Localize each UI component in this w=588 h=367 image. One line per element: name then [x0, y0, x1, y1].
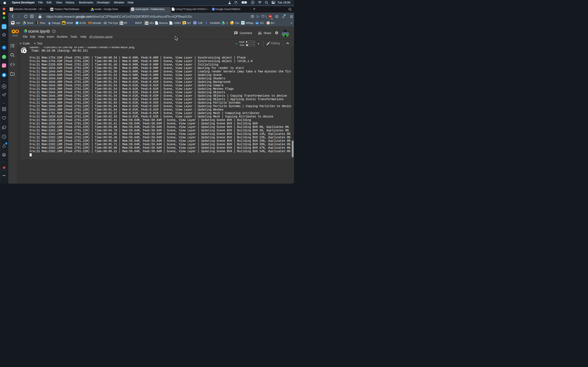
svg-text:uO: uO — [3, 167, 5, 168]
